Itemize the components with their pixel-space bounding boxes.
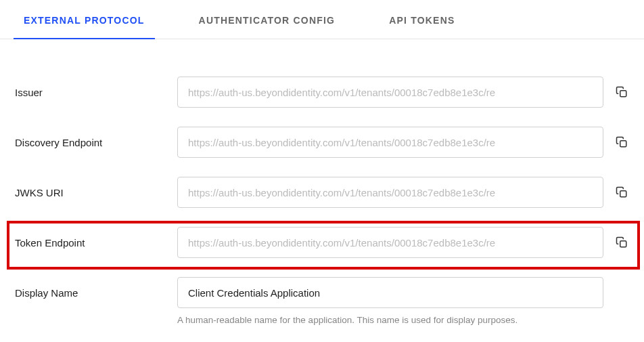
display-name-row: Display Name [15, 277, 629, 308]
svg-rect-2 [620, 191, 626, 197]
jwks-label: JWKS URI [15, 187, 177, 198]
jwks-row: JWKS URI [15, 177, 629, 208]
discovery-row: Discovery Endpoint [15, 127, 629, 158]
tab-authenticator-config[interactable]: AUTHENTICATOR CONFIG [189, 0, 346, 39]
issuer-row: Issuer [15, 77, 629, 108]
tab-bar: EXTERNAL PROTOCOL AUTHENTICATOR CONFIG A… [0, 0, 644, 39]
token-endpoint-input[interactable] [177, 227, 603, 258]
display-name-input[interactable] [177, 277, 603, 308]
svg-rect-1 [620, 141, 626, 147]
token-endpoint-label: Token Endpoint [15, 237, 177, 249]
tab-external-protocol[interactable]: EXTERNAL PROTOCOL [14, 0, 155, 39]
form-container: Issuer Discovery Endpoint JWKS URI Token… [0, 77, 644, 325]
display-name-help: A human-readable name for the applicatio… [177, 315, 629, 325]
discovery-input[interactable] [177, 127, 603, 158]
copy-icon[interactable] [614, 235, 629, 250]
discovery-label: Discovery Endpoint [15, 137, 177, 148]
issuer-label: Issuer [15, 87, 177, 98]
svg-rect-3 [620, 241, 626, 247]
jwks-input[interactable] [177, 177, 603, 208]
copy-icon[interactable] [614, 85, 629, 100]
display-name-label: Display Name [15, 287, 177, 299]
copy-icon[interactable] [614, 135, 629, 150]
copy-icon[interactable] [614, 185, 629, 200]
svg-rect-0 [620, 91, 626, 97]
issuer-input[interactable] [177, 77, 603, 108]
tab-api-tokens[interactable]: API TOKENS [379, 0, 465, 39]
token-endpoint-row: Token Endpoint [15, 227, 629, 258]
